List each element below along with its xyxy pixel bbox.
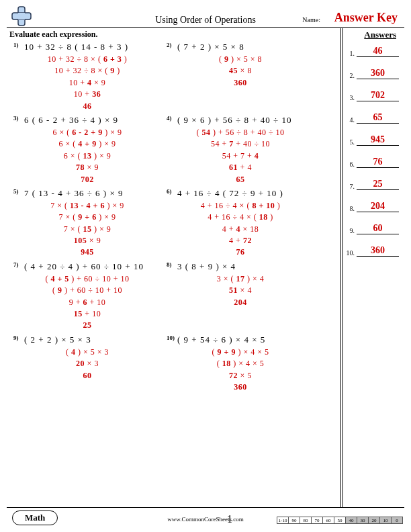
problem: 8)3 ( 8 + 9 ) × 43 × ( 17 ) × 451 × 4204	[167, 261, 320, 332]
answer-line: 2.360	[345, 68, 399, 79]
solution-step: ( 9 ) × 5 × 8	[167, 54, 314, 65]
problem-expression: 3 ( 8 + 9 ) × 4	[177, 261, 236, 272]
answer-value: 46	[357, 46, 399, 57]
name-label: Name:	[302, 16, 320, 24]
solution-step: ( 4 + 5 ) + 60 ÷ 10 + 10	[13, 273, 161, 285]
answer-number: 6.	[345, 161, 357, 168]
solution-step: 78 × 9	[13, 162, 161, 173]
problem-number: 7)	[13, 261, 24, 268]
answer-line: 1.46	[345, 46, 399, 57]
solution-step: 61 + 4	[167, 162, 314, 173]
problem: 1)10 + 32 ÷ 8 ( 14 - 8 + 3 )10 + 32 ÷ 8 …	[13, 42, 167, 112]
solution-step: 20 × 3	[13, 358, 161, 369]
solution-step: 76	[167, 247, 314, 258]
problem-number: 3)	[13, 115, 24, 122]
answer-number: 5.	[345, 138, 357, 146]
score-cell: 80	[300, 517, 312, 524]
problem: 9)( 2 + 2 ) × 5 × 3( 4 ) × 5 × 320 × 360	[13, 335, 167, 394]
solution-step: 51 × 4	[167, 285, 314, 296]
score-cell: 60	[323, 517, 334, 524]
solution-step: 10 + 32 ÷ 8 × ( 9 )	[13, 65, 161, 77]
answer-line: 3.702	[345, 90, 399, 101]
answer-value: 65	[357, 112, 399, 124]
solution-step: 25	[13, 320, 161, 331]
score-cell: 50	[334, 517, 346, 524]
problem: 7)( 4 + 20 ÷ 4 ) + 60 ÷ 10 + 10( 4 + 5 )…	[13, 261, 167, 332]
answer-key-label: Answer Key	[334, 11, 398, 25]
solution-step: 4 + 16 ÷ 4 × ( 18 )	[167, 212, 314, 223]
solution-step: 65	[167, 174, 314, 185]
score-cell: 90	[289, 517, 300, 524]
divider-line	[342, 28, 343, 508]
answer-number: 10.	[345, 249, 357, 257]
score-cell: 10	[380, 517, 392, 524]
answer-value: 945	[357, 134, 399, 146]
problem-number: 8)	[167, 261, 177, 268]
problem: 10)( 9 + 54 ÷ 6 ) × 4 × 5( 9 + 9 ) × 4 ×…	[167, 335, 320, 394]
answer-value: 360	[357, 68, 399, 79]
solution-step: ( 54 ) + 56 ÷ 8 + 40 ÷ 10	[167, 127, 314, 138]
score-cell: 0	[392, 517, 403, 524]
solution-step: 702	[13, 174, 161, 185]
score-cell: 70	[312, 517, 323, 524]
problem-expression: 10 + 32 ÷ 8 ( 14 - 8 + 3 )	[24, 42, 128, 52]
answer-line: 5.945	[345, 134, 399, 146]
solution-step: 10 + 36	[13, 89, 161, 100]
answer-number: 7.	[345, 183, 357, 190]
score-cell: 1-10	[277, 517, 289, 524]
problem-number: 4)	[167, 115, 177, 122]
solution-step: 45 × 8	[167, 65, 314, 77]
answer-number: 2.	[345, 72, 357, 79]
problem-expression: ( 7 + 2 ) × 5 × 8	[177, 42, 244, 52]
solution-step: ( 18 ) × 4 × 5	[167, 358, 314, 369]
answer-value: 25	[357, 179, 399, 190]
header-rule	[7, 27, 404, 28]
problem-expression: ( 4 + 20 ÷ 4 ) + 60 ÷ 10 + 10	[24, 261, 144, 272]
problem-expression: 4 + 16 ÷ 4 ( 72 ÷ 9 + 10 )	[177, 188, 283, 199]
solution-step: 54 + 7 + 40 ÷ 10	[167, 138, 314, 150]
divider-line	[340, 28, 341, 508]
answers-heading: Answers	[364, 30, 396, 40]
problem: 3)6 ( 6 - 2 + 36 ÷ 4 ) × 96 × ( 6 - 2 + …	[13, 115, 167, 185]
answer-line: 7.25	[345, 179, 399, 190]
solution-step: 9 + 6 + 10	[13, 297, 161, 308]
solution-step: 46	[13, 101, 161, 112]
problem-number: 6)	[167, 188, 177, 195]
solution-step: 945	[13, 247, 161, 258]
instruction-text: Evaluate each expression.	[9, 30, 97, 40]
answer-value: 60	[357, 223, 399, 234]
solution-step: ( 9 + 9 ) × 4 × 5	[167, 347, 314, 358]
score-grid: 1-109080706050403020100	[277, 517, 403, 524]
answer-line: 6.76	[345, 157, 399, 168]
solution-step: 10 + 4 × 9	[13, 77, 161, 89]
solution-step: 3 × ( 17 ) × 4	[167, 273, 314, 285]
solution-step: 360	[167, 382, 314, 393]
answer-number: 9.	[345, 227, 357, 234]
answer-number: 1.	[345, 50, 357, 57]
answers-column: 1.462.3603.7024.655.9456.767.258.2049.60…	[345, 46, 399, 267]
solution-step: 7 × ( 15 ) × 9	[13, 224, 161, 235]
solution-step: 4 + 16 ÷ 4 × ( 8 + 10 )	[167, 200, 314, 212]
problems-area: 1)10 + 32 ÷ 8 ( 14 - 8 + 3 )10 + 32 ÷ 8 …	[13, 42, 320, 396]
answer-value: 360	[357, 245, 399, 257]
solution-step: 7 × ( 9 + 6 ) × 9	[13, 212, 161, 223]
solution-step: 4 + 4 × 18	[167, 224, 314, 235]
footer-rule	[7, 507, 404, 508]
problem: 5)7 ( 13 - 4 + 36 ÷ 6 ) × 97 × ( 13 - 4 …	[13, 188, 167, 259]
answer-value: 76	[357, 157, 399, 168]
score-cell: 30	[357, 517, 369, 524]
problem-number: 2)	[167, 42, 177, 48]
solution-step: 10 + 32 ÷ 8 × ( 6 + 3 )	[13, 54, 161, 65]
solution-step: 54 + 7 + 4	[167, 150, 314, 162]
answer-line: 4.65	[345, 112, 399, 124]
solution-step: 15 + 10	[13, 308, 161, 320]
solution-step: 7 × ( 13 - 4 + 6 ) × 9	[13, 200, 161, 212]
problem-number: 10)	[167, 335, 177, 341]
solution-step: 6 × ( 13 ) × 9	[13, 150, 161, 162]
solution-step: 360	[167, 77, 314, 89]
solution-step: 6 × ( 4 + 9 ) × 9	[13, 138, 161, 150]
answer-value: 702	[357, 90, 399, 101]
answer-number: 4.	[345, 116, 357, 124]
problem-expression: ( 2 + 2 ) × 5 × 3	[24, 335, 91, 345]
problem-expression: ( 9 × 6 ) + 56 ÷ 8 + 40 ÷ 10	[177, 115, 291, 126]
